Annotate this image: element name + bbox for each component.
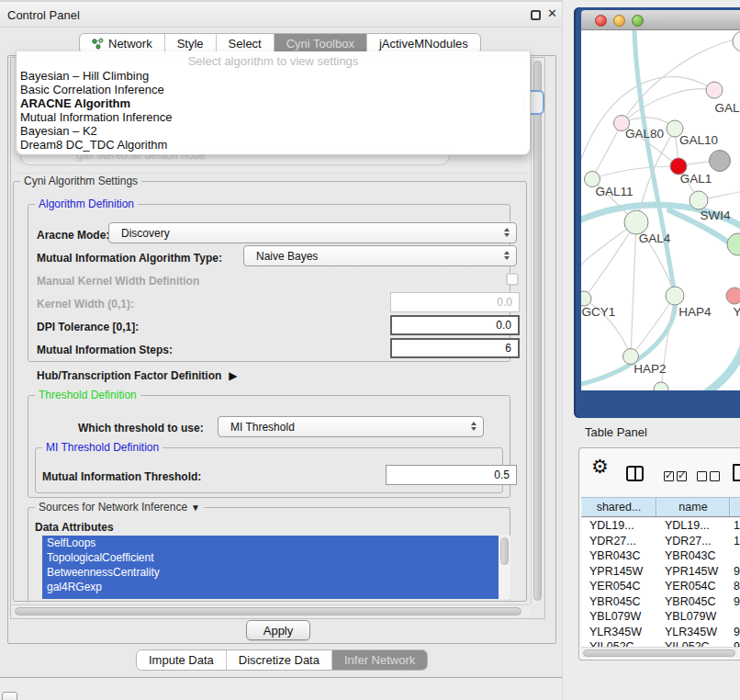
sources-title: Sources for Network Inference: [39, 501, 187, 514]
select-all-icon[interactable]: [664, 471, 674, 481]
close-icon[interactable]: ✕: [547, 6, 557, 20]
close-traffic-light-icon[interactable]: [595, 15, 607, 27]
gear-icon[interactable]: ⚙: [591, 457, 609, 476]
table-cell: YDL19...: [581, 518, 656, 534]
network-edge[interactable]: [592, 123, 622, 179]
dropdown-item-bayesian-hill-climbing[interactable]: Bayesian – Hill Climbing: [17, 69, 530, 83]
page-icon[interactable]: [733, 464, 740, 481]
table-row[interactable]: YER054CYER054C8.: [581, 579, 740, 594]
dropdown-prompt: Select algorithm to view settings: [17, 51, 530, 69]
table-cell: 9: [730, 639, 740, 647]
mi-steps-label: Mutual Information Steps:: [37, 344, 173, 356]
aracne-mode-select[interactable]: Discovery: [108, 222, 517, 243]
node-label-y-node: Y: [733, 305, 740, 319]
dropdown-item-basic-correlation-inference[interactable]: Basic Correlation Inference: [17, 83, 530, 96]
dpi-tolerance-field[interactable]: 0.0: [390, 315, 520, 335]
table-cell: 13: [730, 518, 740, 534]
network-edge[interactable]: [706, 346, 740, 390]
dropdown-item-dream8-dc-tdc-algorithm[interactable]: Dream8 DC_TDC Algorithm: [17, 138, 530, 152]
node-gray-node[interactable]: [710, 151, 731, 172]
attr-item-gal4rgexp[interactable]: gal4RGexp: [42, 580, 496, 594]
node-y-node[interactable]: [726, 288, 740, 304]
expand-arrow-icon[interactable]: [229, 369, 237, 382]
table-row[interactable]: YBR045CYBR045C9.: [581, 594, 740, 610]
hub-definition-label: Hub/Transcription Factor Definition: [37, 369, 221, 382]
dropdown-item-aracne-algorithm[interactable]: ARACNE Algorithm: [17, 96, 530, 110]
node-gcy1[interactable]: [581, 291, 591, 306]
tab-label: Cyni Toolbox: [286, 37, 354, 51]
deselect-all-icon[interactable]: [710, 471, 720, 481]
tab-cyni-toolbox[interactable]: Cyni Toolbox: [274, 34, 366, 53]
zoom-traffic-light-icon[interactable]: [632, 15, 644, 27]
network-edge[interactable]: [622, 89, 714, 123]
network-canvas[interactable]: GALGAL80GAL10GAL1GAL11SWI4GAL4GCY1HAP4YH…: [581, 30, 740, 390]
table-horizontal-scrollbar: [581, 647, 739, 658]
tab-discretize-data[interactable]: Discretize Data: [226, 650, 331, 670]
deselect-all-icon[interactable]: [697, 471, 707, 481]
network-edge[interactable]: [584, 222, 636, 299]
table-cell: YLR345W: [656, 625, 730, 640]
table-row[interactable]: YBL079WYBL079W: [581, 609, 740, 625]
settings-vertical-scrollbar: [531, 59, 543, 604]
float-window-icon[interactable]: [531, 10, 541, 20]
table-row[interactable]: YBR043CYBR043C: [581, 548, 740, 564]
column-header-name[interactable]: name: [656, 498, 730, 516]
node-big-green[interactable]: [727, 233, 740, 255]
node-hap4[interactable]: [666, 287, 684, 305]
minimize-traffic-light-icon[interactable]: [613, 15, 625, 27]
dropdown-item-bayesian-k2[interactable]: Bayesian – K2: [17, 124, 530, 138]
tab-impute-data[interactable]: Impute Data: [137, 650, 226, 670]
dropdown-item-mutual-information-inference[interactable]: Mutual Information Inference: [17, 110, 530, 124]
table-cell: 12: [730, 534, 740, 549]
tab-jactivemnodules[interactable]: jActiveMNodules: [366, 34, 480, 53]
cyni-bottom-tabs: Impute DataDiscretize DataInfer Network: [136, 649, 428, 671]
mi-algorithm-type-select[interactable]: Naive Bayes: [243, 245, 517, 266]
tab-network[interactable]: Network: [80, 34, 164, 53]
select-all-icon[interactable]: [677, 471, 687, 481]
table-cell: YBR043C: [581, 548, 656, 564]
dpi-tolerance-label: DPI Tolerance [0,1]:: [37, 321, 139, 333]
network-edge[interactable]: [592, 166, 678, 179]
apply-button[interactable]: Apply: [246, 620, 310, 640]
node-edge-node[interactable]: [733, 31, 740, 51]
which-threshold-select[interactable]: MI Threshold: [218, 416, 484, 437]
group-title: Threshold Definition: [35, 389, 140, 401]
network-edge[interactable]: [634, 30, 675, 296]
collapse-arrow-icon[interactable]: [191, 501, 200, 514]
data-attributes-label: Data Attributes: [35, 521, 114, 534]
table-row[interactable]: YLR345WYLR345W9.: [581, 625, 740, 640]
attr-item-betweennesscentrality[interactable]: BetweennessCentrality: [42, 565, 496, 580]
table-scrollbar-thumb[interactable]: [583, 649, 735, 657]
network-window-titlebar[interactable]: [581, 10, 740, 30]
column-header-col3[interactable]: [730, 498, 740, 516]
mi-threshold-field[interactable]: 0.5: [386, 465, 517, 485]
table-cell: [730, 609, 740, 625]
list-scrollbar-thumb[interactable]: [500, 537, 509, 565]
vertical-scrollbar-thumb[interactable]: [533, 61, 542, 601]
table-row[interactable]: YPR145WYPR145W9.: [581, 564, 740, 580]
control-panel-titlebar: Control Panel ✕: [0, 0, 563, 28]
minimized-panel-icon[interactable]: [2, 692, 17, 700]
node-swi4[interactable]: [690, 191, 708, 209]
table-header: shared...name: [581, 497, 740, 517]
table-cell: YDL19...: [656, 518, 730, 534]
data-attributes-list[interactable]: SelfLoopsTopologicalCoefficientBetweenne…: [42, 536, 510, 599]
attr-item-topologicalcoefficient[interactable]: TopologicalCoefficient: [42, 550, 496, 565]
split-columns-icon[interactable]: [626, 466, 644, 481]
table-row[interactable]: YIL052CYIL052C9: [581, 639, 740, 647]
hub-definition-section[interactable]: Hub/Transcription Factor Definition: [37, 369, 238, 382]
node-label-gcy1: GCY1: [582, 305, 616, 319]
column-header-shared[interactable]: shared...: [581, 498, 656, 516]
table-row[interactable]: YDL19...YDL19...13: [581, 518, 740, 534]
tab-label: Discretize Data: [239, 653, 320, 667]
tab-infer-network[interactable]: Infer Network: [331, 650, 427, 670]
node-gal-top[interactable]: [706, 82, 723, 98]
tab-style[interactable]: Style: [164, 34, 216, 53]
tab-select[interactable]: Select: [216, 34, 274, 53]
table-row[interactable]: YDR27...YDR27...12: [581, 534, 740, 549]
horizontal-scrollbar-thumb[interactable]: [15, 607, 521, 615]
node-bottom-green[interactable]: [654, 382, 668, 390]
network-edge[interactable]: [631, 222, 636, 356]
attr-item-selfloops[interactable]: SelfLoops: [42, 536, 496, 550]
mi-steps-field[interactable]: 6: [390, 338, 520, 358]
